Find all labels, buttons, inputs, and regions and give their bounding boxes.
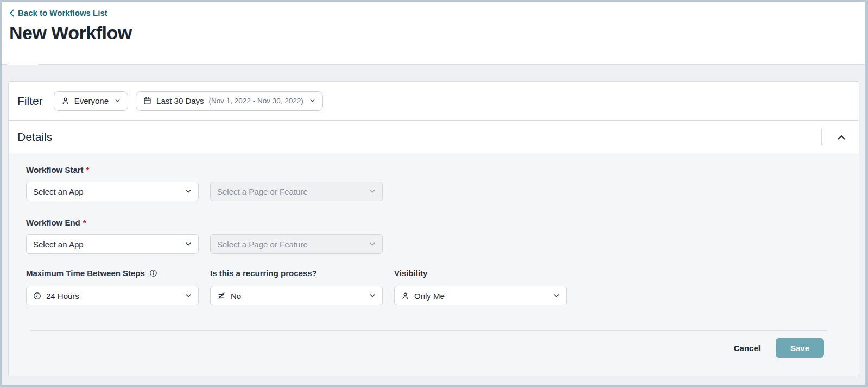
workflow-card: Filter Everyone Last 30 Days (Nov 1, [8, 81, 859, 376]
back-to-workflows-link[interactable]: Back to Workflows List [9, 8, 107, 17]
person-icon [61, 97, 69, 105]
workflow-start-app-select[interactable]: Select an App [26, 182, 199, 201]
save-button[interactable]: Save [776, 338, 824, 358]
recurring-value: No [231, 291, 241, 301]
workflow-start-label: Workflow Start * [26, 165, 841, 174]
recurring-label: Is this a recurring process? [210, 269, 383, 278]
workflow-start-row: Select an App Select a Page or Feature [26, 182, 841, 201]
workflow-start-page-select[interactable]: Select a Page or Feature [210, 182, 383, 201]
filter-bar: Filter Everyone Last 30 Days (Nov 1, [9, 82, 859, 120]
person-icon [401, 292, 409, 300]
chevron-down-icon [185, 241, 192, 247]
chevron-left-icon [9, 9, 14, 17]
audience-filter-value: Everyone [74, 96, 109, 105]
chevron-down-icon [185, 292, 192, 299]
back-link-label: Back to Workflows List [18, 8, 107, 17]
workflow-end-app-select[interactable]: Select an App [26, 234, 199, 254]
form-footer: Cancel Save [26, 331, 841, 358]
details-collapse-button[interactable] [834, 129, 849, 145]
calendar-icon [143, 97, 151, 105]
workflow-end-label: Workflow End * [26, 218, 841, 227]
audience-filter-dropdown[interactable]: Everyone [54, 91, 128, 111]
max-time-value: 24 Hours [46, 291, 79, 301]
clock-icon [33, 292, 41, 300]
workflow-end-page-select[interactable]: Select a Page or Feature [210, 234, 383, 254]
filter-label: Filter [17, 95, 43, 108]
workflow-end-page-value: Select a Page or Feature [217, 240, 308, 249]
recurring-field: Is this a recurring process? No [210, 269, 383, 305]
workflow-end-row: Select an App Select a Page or Feature [26, 234, 841, 254]
chevron-down-icon [553, 292, 560, 299]
repeat-off-icon [217, 291, 226, 300]
page-body: Filter Everyone Last 30 Days (Nov 1, [2, 65, 865, 376]
chevron-down-icon [369, 241, 376, 247]
visibility-field: Visibility Only Me [394, 269, 567, 305]
date-range-filter-dropdown[interactable]: Last 30 Days (Nov 1, 2022 - Nov 30, 2022… [136, 91, 323, 111]
workflow-start-page-value: Select a Page or Feature [217, 187, 308, 196]
page-header: Back to Workflows List New Workflow [2, 2, 865, 65]
chevron-up-icon [837, 134, 846, 140]
app-window: Back to Workflows List New Workflow Filt… [0, 0, 868, 387]
max-time-field: Maximum Time Between Steps 24 Hours [26, 269, 199, 305]
header-tab-notch [7, 63, 39, 65]
chevron-down-icon [369, 292, 376, 299]
chevron-down-icon [309, 98, 315, 104]
recurring-select[interactable]: No [210, 286, 383, 305]
workflow-start-app-value: Select an App [33, 187, 84, 196]
details-section-body: Workflow Start * Select an App Select a … [9, 153, 859, 376]
chevron-down-icon [185, 188, 192, 195]
required-asterisk: * [86, 165, 90, 174]
workflow-end-app-value: Select an App [33, 240, 84, 249]
details-title: Details [17, 130, 52, 143]
details-header-divider [821, 129, 822, 145]
cancel-button[interactable]: Cancel [733, 339, 762, 357]
visibility-label: Visibility [394, 269, 567, 278]
visibility-value: Only Me [414, 291, 445, 301]
page-title: New Workflow [9, 22, 865, 43]
info-circle-icon[interactable] [149, 269, 157, 277]
max-time-label: Maximum Time Between Steps [26, 269, 199, 278]
max-time-select[interactable]: 24 Hours [26, 286, 199, 305]
required-asterisk: * [83, 218, 86, 227]
date-range-detail: (Nov 1, 2022 - Nov 30, 2022) [209, 97, 303, 105]
details-section-header: Details [9, 120, 859, 153]
options-row: Maximum Time Between Steps 24 Hours [26, 269, 841, 305]
chevron-down-icon [369, 188, 376, 195]
date-range-value: Last 30 Days [156, 96, 204, 105]
chevron-down-icon [115, 98, 121, 104]
visibility-select[interactable]: Only Me [394, 286, 567, 305]
